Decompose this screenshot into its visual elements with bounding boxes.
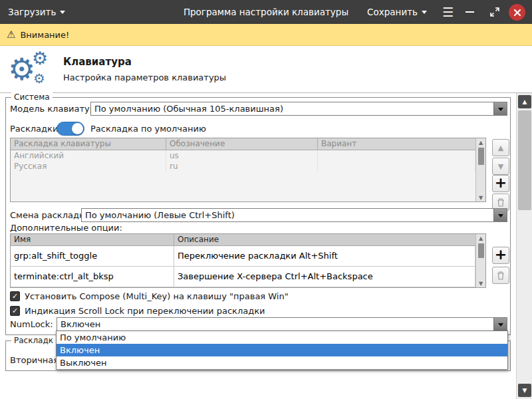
numlock-select[interactable]: Включен (57, 317, 507, 331)
trash-icon (496, 271, 505, 281)
secondary-layout-label: Вторичная (10, 353, 59, 367)
options-label: Дополнительные опции: (10, 223, 122, 233)
dropdown-option-default[interactable]: По умолчанию (57, 331, 507, 344)
gear-icon: ⚙ (33, 72, 45, 85)
cell-code: ru (166, 161, 318, 172)
scrolllock-checkbox[interactable]: ✓ Индикация Scroll Lock при переключении… (10, 305, 265, 317)
scrollbar-thumb[interactable] (478, 148, 484, 165)
page-title: Клавиатура (63, 56, 132, 68)
arrow-down-icon: ▼ (498, 163, 503, 170)
chevron-down-icon (493, 102, 507, 115)
trash-icon (496, 198, 505, 207)
plus-icon: + (495, 176, 507, 190)
keyboard-model-select[interactable]: По умолчанию (Обычная 105-клавишная) (90, 102, 507, 116)
checkbox-checked-icon: ✓ (10, 291, 20, 301)
cell-option-description: Завершение X-сервера Ctrl+Alt+Backspace (174, 267, 475, 287)
app-header: ⚙ ⚙ ⚙ Клавиатура Настройка параметров кл… (0, 46, 532, 93)
chevron-down-icon (60, 11, 65, 17)
table-scrollbar[interactable]: ▲ ▼ (475, 138, 485, 201)
expand-icon (489, 7, 500, 17)
table-row[interactable]: grp:alt_shift_toggle Переключение раскла… (11, 246, 485, 267)
switch-layout-select[interactable]: По умолчанию (Левые Ctrl+Shift) (81, 208, 507, 222)
checkbox-label: Установить Compose (Multi_Key) на клавиш… (25, 291, 289, 301)
column-header-code: Обозначение (166, 138, 318, 150)
minimize-icon (466, 11, 474, 13)
table-row[interactable]: Английский us (11, 150, 485, 161)
layouts-toggle-label: Раскладка по умолчанию (90, 122, 206, 136)
column-header-description: Описание (174, 234, 475, 245)
dropdown-option-enabled[interactable]: Включен (57, 344, 507, 356)
titlebar: Программа настройки клавиатуры Загрузить… (0, 0, 532, 24)
checkbox-checked-icon: ✓ (10, 306, 20, 316)
arrow-up-icon: ▲ (523, 98, 527, 105)
warning-icon: ⚠ (7, 30, 15, 40)
cell-option-description: Переключение раскладки Alt+Shift (174, 246, 475, 266)
scroll-up-icon[interactable]: ▲ (479, 138, 483, 146)
scroll-up-button[interactable]: ▲ (518, 95, 531, 108)
load-menu-label: Загрузить (8, 7, 56, 17)
cell-code: us (166, 150, 318, 161)
table-scrollbar[interactable]: ▲ ▼ (475, 234, 485, 287)
cell-variant (318, 161, 475, 172)
save-menu-label: Сохранить (367, 7, 418, 17)
combo-value: По умолчанию (Левые Ctrl+Shift) (82, 209, 493, 221)
toggle-knob (72, 123, 83, 134)
vertical-scrollbar[interactable]: ▲ ▼ (516, 93, 532, 399)
cell-layout: Русская (11, 161, 166, 172)
layouts-table: Раскладка клавиатуры Обозначение Вариант… (10, 138, 486, 202)
scroll-down-icon[interactable]: ▼ (479, 194, 483, 201)
cell-layout: Английский (11, 150, 166, 161)
menu-icon[interactable]: ☰ (442, 0, 454, 24)
table-header: Раскладка клавиатуры Обозначение Вариант (11, 138, 485, 150)
close-icon (513, 9, 521, 17)
page-subtitle: Настройка параметров клавиатуры (63, 72, 226, 82)
system-group: Система Модель клавиатуры: По умолчанию … (5, 97, 511, 335)
table-row[interactable]: Русская ru (11, 161, 485, 172)
combo-value: По умолчанию (Обычная 105-клавишная) (91, 102, 493, 115)
column-header-layout: Раскладка клавиатуры (11, 138, 166, 150)
check-icon: ✓ (12, 307, 18, 315)
column-header-variant: Вариант (318, 138, 475, 150)
chevron-down-icon (493, 318, 507, 331)
cell-variant (318, 150, 475, 161)
column-header-name: Имя (11, 234, 174, 245)
arrow-up-icon: ▲ (498, 144, 503, 152)
move-down-button[interactable]: ▼ (492, 158, 509, 175)
add-layout-button[interactable]: + (492, 175, 509, 192)
warning-bar: ⚠ Внимание! (0, 24, 532, 46)
scroll-down-icon[interactable]: ▼ (479, 279, 483, 287)
gear-icon: ⚙ (32, 49, 48, 67)
arrow-down-icon: ▼ (523, 387, 527, 394)
cell-option-name: terminate:ctrl_alt_bksp (11, 267, 174, 287)
scroll-up-icon[interactable]: ▲ (479, 234, 483, 242)
system-group-legend: Система (11, 92, 53, 102)
table-header: Имя Описание (11, 234, 485, 246)
layouts-default-toggle[interactable] (57, 122, 84, 136)
scrollbar-thumb[interactable] (518, 110, 531, 210)
minimize-button[interactable] (463, 0, 476, 24)
plus-icon: + (495, 247, 507, 262)
scrollbar-thumb[interactable] (478, 243, 484, 258)
numlock-label: NumLock: (10, 317, 53, 331)
load-menu-button[interactable]: Загрузить (8, 0, 65, 24)
switch-layout-label: Смена раскладки: (10, 208, 93, 222)
checkbox-label: Индикация Scroll Lock при переключении р… (25, 306, 265, 316)
scroll-down-button[interactable]: ▼ (518, 384, 531, 397)
save-menu-button[interactable]: Сохранить (367, 0, 427, 24)
layouts-label: Раскладки: (10, 122, 61, 136)
compose-checkbox[interactable]: ✓ Установить Compose (Multi_Key) на клав… (10, 291, 289, 302)
move-up-button[interactable]: ▲ (492, 139, 509, 156)
chevron-down-icon (493, 209, 507, 221)
table-row[interactable]: terminate:ctrl_alt_bksp Завершение X-сер… (11, 267, 485, 287)
delete-option-button[interactable] (492, 267, 509, 284)
maximize-button[interactable] (489, 7, 500, 19)
cell-option-name: grp:alt_shift_toggle (11, 246, 174, 266)
numlock-dropdown-list: По умолчанию Включен Выключен (56, 331, 508, 370)
dropdown-option-disabled[interactable]: Выключен (57, 356, 507, 369)
close-button[interactable] (509, 4, 525, 21)
add-option-button[interactable]: + (492, 247, 509, 264)
chevron-down-icon (422, 11, 427, 17)
combo-value: Включен (57, 318, 493, 331)
check-icon: ✓ (12, 293, 18, 300)
warning-text: Внимание! (20, 30, 69, 40)
